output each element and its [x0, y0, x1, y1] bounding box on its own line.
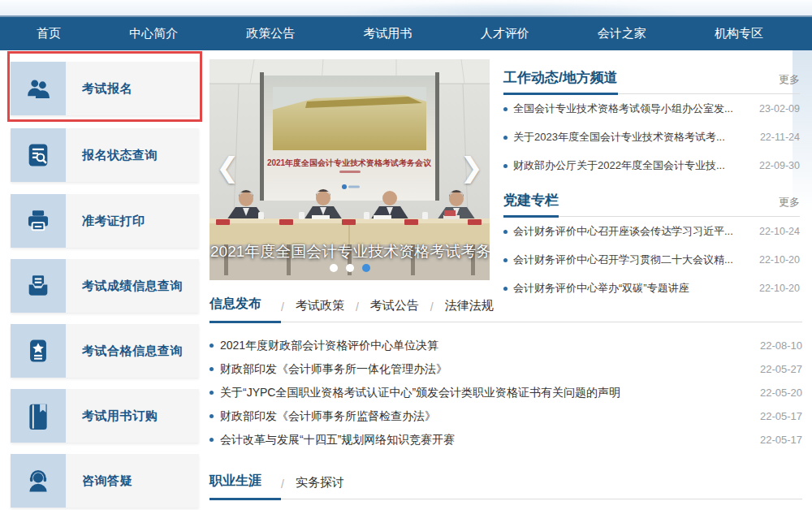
users-icon: [11, 62, 66, 115]
bullet-icon: [503, 258, 508, 262]
tab-separator: /: [356, 300, 370, 322]
news-title: 2021年度财政部会计资格评价中心单位决算: [220, 339, 752, 353]
news-date: 23-02-09: [759, 103, 800, 115]
news-date: 22-05-20: [760, 387, 802, 399]
news-date: 22-10-24: [759, 226, 800, 237]
news-title: 财政部印发《会计师事务所监督检查办法》: [220, 409, 752, 424]
nav-item-exam-books[interactable]: 考试用书: [363, 26, 412, 41]
news-item[interactable]: 会计财务评价中心召开座谈会传达学习习近平... 22-10-24: [503, 217, 800, 245]
bottom-news-block: 信息发布 / 考试政策 / 考试公告 / 法律法规 2021年度财政部会计资格评…: [209, 296, 802, 499]
news-title: 关于2023年度全国会计专业技术资格考试考...: [513, 130, 754, 145]
news-date: 22-10-20: [759, 254, 800, 266]
tab-info-release[interactable]: 信息发布: [209, 296, 281, 323]
tab-exam-policy[interactable]: 考试政策: [296, 298, 356, 322]
bullet-icon: [503, 107, 508, 111]
inbox-icon: [11, 259, 66, 313]
sidebar-item-label: 咨询答疑: [66, 454, 199, 508]
tab-separator: /: [430, 300, 445, 322]
news-title: 财政部办公厅关于2022年度全国会计专业技...: [513, 158, 753, 173]
news-item[interactable]: 关于“JYPC全国职业资格考试认证中心”颁发会计类职业资格证书有关问题的声明 2…: [209, 381, 802, 404]
sidebar-item-score-query[interactable]: 考试成绩信息查询: [11, 259, 199, 313]
bullet-icon: [503, 230, 508, 234]
news-date: 22-05-17: [760, 434, 802, 446]
document-search-icon: [11, 128, 66, 182]
bullet-icon: [209, 344, 214, 348]
top-banner: [0, 0, 812, 15]
news-title: 会计财务评价中心举办“双碳”专题讲座: [513, 281, 753, 296]
sidebar-item-label: 准考证打印: [66, 194, 199, 248]
right-news-column: 工作动态/地方频道 更多 全国会计专业技术资格考试领导小组办公室发... 23-…: [503, 68, 800, 302]
top-navigation: 首页 中心简介 政策公告 考试用书 人才评价 会计之家 机构专区: [0, 15, 812, 50]
news-item[interactable]: 会计财务评价中心召开学习贯彻二十大会议精... 22-10-20: [503, 245, 800, 274]
news-date: 22-08-10: [760, 339, 802, 352]
more-link[interactable]: 更多: [779, 72, 800, 93]
sidebar-item-book-order[interactable]: 考试用书订购: [11, 389, 199, 443]
tab-practice-discussion[interactable]: 实务探讨: [296, 475, 356, 499]
sidebar-item-admission-ticket-print[interactable]: 准考证打印: [11, 194, 199, 248]
nav-item-home[interactable]: 首页: [37, 26, 61, 41]
news-item[interactable]: 财政部办公厅关于2022年度全国会计专业技... 22-09-30: [503, 151, 800, 179]
carousel-dot-3-active[interactable]: [362, 264, 370, 272]
nav-item-talent-evaluation[interactable]: 人才评价: [481, 26, 529, 41]
tab-laws-regulations[interactable]: 法律法规: [445, 298, 505, 322]
carousel-dot-1[interactable]: [330, 264, 338, 272]
news-date: 22-10-20: [759, 283, 800, 294]
more-link[interactable]: 更多: [779, 195, 800, 216]
tab-separator: /: [281, 478, 296, 499]
bullet-icon: [503, 164, 508, 168]
bullet-icon: [209, 391, 214, 395]
carousel-dot-2[interactable]: [346, 264, 354, 272]
news-title: 会计财务评价中心召开座谈会传达学习习近平...: [513, 224, 753, 239]
news-date: 22-11-24: [760, 132, 800, 143]
news-title: 会计财务评价中心召开学习贯彻二十大会议精...: [513, 253, 753, 267]
section-head-work-news: 工作动态/地方频道 更多: [503, 68, 800, 94]
bullet-icon: [209, 438, 214, 442]
sidebar-item-label: 报名状态查询: [66, 128, 199, 182]
carousel-caption[interactable]: 2021年度全国会计专业技术资格考试考务会议在...: [209, 241, 490, 262]
news-item[interactable]: 财政部印发《会计师事务所一体化管理办法》 22-05-27: [209, 357, 802, 381]
photo-carousel: 2021年度全国会计专业技术资格考试考务会议: [209, 59, 490, 280]
news-date: 22-05-17: [760, 410, 802, 422]
news-date: 22-05-27: [760, 363, 802, 375]
book-icon: [11, 389, 66, 443]
nav-item-institution-zone[interactable]: 机构专区: [715, 26, 763, 41]
sidebar-item-exam-registration[interactable]: 考试报名: [11, 62, 199, 115]
slide-screen-title: 2021年度全国会计专业技术资格考试考务会议: [267, 158, 432, 167]
printer-icon: [11, 194, 66, 248]
sidebar-item-consultation[interactable]: 咨询答疑: [11, 454, 199, 508]
news-item[interactable]: 全国会计专业技术资格考试领导小组办公室发... 23-02-09: [503, 94, 800, 123]
certificate-badge-icon: [11, 324, 66, 378]
accounting-exam-portal-page: 首页 中心简介 政策公告 考试用书 人才评价 会计之家 机构专区 考试报名: [0, 0, 812, 510]
nav-item-accounting-home[interactable]: 会计之家: [598, 26, 646, 41]
news-item[interactable]: 财政部印发《会计师事务所监督检查办法》 22-05-17: [209, 404, 802, 428]
bullet-icon: [503, 287, 508, 291]
sidebar-item-pass-certificate-query[interactable]: 考试合格信息查询: [11, 324, 199, 378]
headset-icon: [11, 454, 66, 508]
carousel-prev-arrow[interactable]: ❮: [216, 153, 240, 181]
bullet-icon: [209, 367, 214, 371]
section-title: 党建专栏: [503, 191, 559, 218]
nav-item-policy-announcements[interactable]: 政策公告: [246, 26, 295, 41]
nav-item-center-intro[interactable]: 中心简介: [129, 26, 178, 41]
carousel-dots: [209, 261, 490, 275]
sidebar-item-label: 考试成绩信息查询: [66, 259, 199, 313]
tab-career[interactable]: 职业生涯: [209, 473, 281, 500]
news-title: 会计改革与发展“十四五”规划网络知识竞赛开赛: [220, 433, 752, 447]
tab-separator: /: [281, 300, 296, 322]
career-tabs: 职业生涯 / 实务探讨: [209, 473, 802, 499]
news-item[interactable]: 会计改革与发展“十四五”规划网络知识竞赛开赛 22-05-17: [209, 428, 802, 452]
news-title: 关于“JYPC全国职业资格考试认证中心”颁发会计类职业资格证书有关问题的声明: [220, 386, 752, 400]
tab-exam-announcements[interactable]: 考试公告: [370, 298, 430, 322]
bullet-icon: [503, 136, 508, 140]
section-title: 工作动态/地方频道: [503, 68, 618, 95]
news-title: 全国会计专业技术资格考试领导小组办公室发...: [513, 102, 753, 116]
news-item[interactable]: 2021年度财政部会计资格评价中心单位决算 22-08-10: [209, 334, 802, 357]
news-title: 财政部印发《会计师事务所一体化管理办法》: [220, 362, 752, 377]
sidebar-item-registration-status[interactable]: 报名状态查询: [11, 128, 199, 182]
news-item[interactable]: 关于2023年度全国会计专业技术资格考试考... 22-11-24: [503, 123, 800, 151]
sidebar-item-label: 考试报名: [66, 62, 199, 115]
news-date: 22-09-30: [759, 160, 800, 171]
carousel-next-arrow[interactable]: ❯: [460, 153, 484, 181]
section-head-party-building: 党建专栏 更多: [503, 191, 800, 217]
sidebar-item-label: 考试合格信息查询: [66, 324, 199, 378]
